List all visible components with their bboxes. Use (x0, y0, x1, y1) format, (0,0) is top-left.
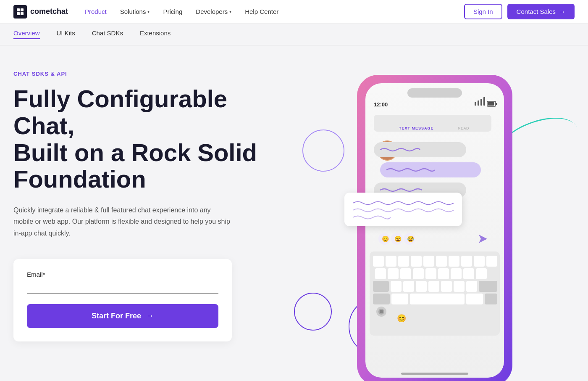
svg-rect-57 (428, 281, 439, 292)
email-input[interactable] (27, 281, 218, 294)
svg-rect-1 (21, 8, 24, 11)
svg-text:TEXT MESSAGE: TEXT MESSAGE (399, 126, 434, 130)
contact-sales-button[interactable]: Contact Sales → (507, 4, 575, 19)
hero-content: CHAT SDKS & API Fully Configurable Chat,… (13, 71, 265, 341)
svg-rect-42 (474, 256, 485, 267)
svg-rect-35 (386, 256, 396, 267)
svg-rect-14 (488, 102, 494, 106)
hero-section: CHAT SDKS & API Fully Configurable Chat,… (0, 45, 588, 381)
email-label: Email* (27, 271, 218, 278)
contact-arrow-icon: → (559, 8, 565, 15)
svg-text:😂: 😂 (407, 235, 415, 243)
svg-rect-10 (480, 99, 482, 106)
svg-rect-2 (17, 12, 20, 15)
svg-rect-59 (454, 281, 465, 292)
section-label: CHAT SDKS & API (13, 71, 265, 77)
nav-links: Product Solutions ▾ Pricing Developers ▾… (85, 8, 464, 15)
subnav-item-chat-sdks[interactable]: Chat SDKs (92, 29, 123, 39)
svg-rect-60 (466, 281, 477, 292)
svg-rect-3 (21, 12, 24, 15)
svg-rect-66 (485, 294, 497, 304)
developers-chevron-icon: ▾ (229, 9, 231, 14)
phone-illustration: 12:00 TEXT MESSAGE READ (307, 58, 580, 381)
svg-rect-11 (483, 97, 485, 106)
solutions-chevron-icon: ▾ (147, 9, 150, 14)
subnav: Overview UI Kits Chat SDKs Extensions (0, 24, 588, 45)
svg-text:12:00: 12:00 (374, 101, 388, 108)
svg-rect-51 (463, 268, 474, 279)
svg-rect-45 (388, 268, 399, 279)
subnav-item-overview[interactable]: Overview (13, 29, 40, 39)
svg-point-69 (380, 310, 383, 313)
svg-rect-48 (425, 268, 436, 279)
sign-in-button[interactable]: Sign In (464, 4, 502, 19)
nav-link-product[interactable]: Product (85, 8, 107, 15)
start-arrow-icon: → (146, 312, 154, 320)
svg-rect-62 (373, 294, 390, 304)
subnav-item-ui-kits[interactable]: UI Kits (57, 29, 75, 39)
svg-rect-47 (413, 268, 424, 279)
svg-rect-52 (476, 268, 487, 279)
svg-rect-50 (451, 268, 462, 279)
svg-rect-41 (461, 256, 472, 267)
svg-rect-38 (423, 256, 434, 267)
start-for-free-button[interactable]: Start For Free → (27, 304, 218, 328)
svg-text:😊: 😊 (397, 314, 407, 323)
svg-rect-36 (398, 256, 409, 267)
nav-link-solutions[interactable]: Solutions ▾ (120, 8, 150, 15)
hero-title: Fully Configurable Chat, Built on a Rock… (13, 85, 265, 193)
svg-rect-0 (17, 8, 20, 11)
svg-rect-39 (436, 256, 447, 267)
svg-rect-37 (411, 256, 422, 267)
svg-rect-46 (400, 268, 411, 279)
svg-rect-54 (391, 281, 402, 292)
svg-rect-49 (438, 268, 449, 279)
svg-rect-64 (410, 294, 465, 304)
svg-rect-13 (496, 103, 497, 105)
logo-text: cometchat (30, 7, 68, 16)
svg-rect-53 (373, 281, 389, 292)
subnav-item-extensions[interactable]: Extensions (140, 29, 171, 39)
nav-link-help-center[interactable]: Help Center (245, 8, 278, 15)
svg-rect-6 (407, 88, 462, 98)
svg-rect-61 (479, 281, 497, 292)
svg-rect-58 (441, 281, 452, 292)
svg-rect-56 (416, 281, 427, 292)
navbar: cometchat Product Solutions ▾ Pricing De… (0, 0, 588, 24)
logo-icon (13, 5, 27, 19)
nav-actions: Sign In Contact Sales → (464, 4, 575, 19)
svg-rect-44 (375, 268, 386, 279)
nav-link-developers[interactable]: Developers ▾ (196, 8, 231, 15)
svg-text:😄: 😄 (394, 235, 402, 243)
email-form: Email* Start For Free → (13, 259, 232, 341)
svg-rect-8 (475, 102, 476, 106)
svg-rect-65 (466, 294, 483, 304)
nav-link-pricing[interactable]: Pricing (163, 8, 182, 15)
svg-text:READ: READ (458, 126, 469, 130)
svg-rect-43 (486, 256, 497, 267)
svg-rect-63 (391, 294, 408, 304)
svg-rect-34 (373, 256, 384, 267)
svg-text:😊: 😊 (382, 235, 389, 243)
hero-description: Quickly integrate a reliable & full feat… (13, 204, 232, 239)
logo[interactable]: cometchat (13, 5, 68, 19)
svg-rect-40 (449, 256, 459, 267)
svg-rect-55 (403, 281, 414, 292)
svg-rect-70 (401, 373, 468, 375)
svg-rect-9 (478, 101, 479, 106)
